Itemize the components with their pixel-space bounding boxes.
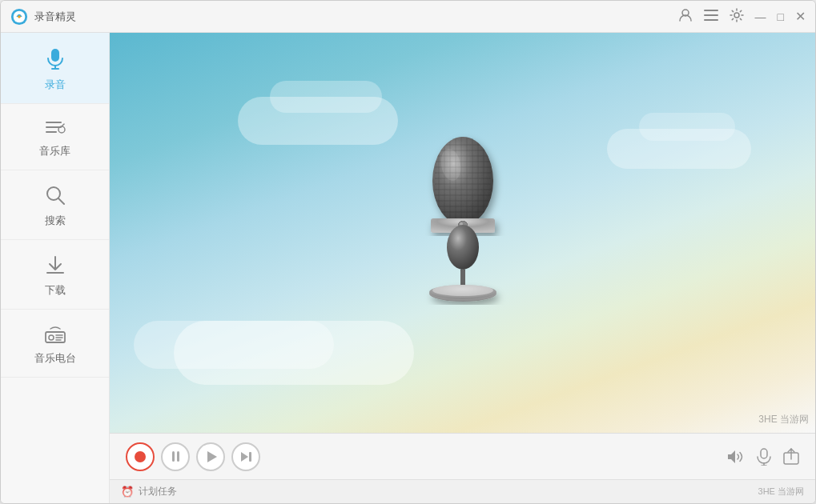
- svg-point-20: [49, 335, 54, 340]
- mic-icon: [44, 47, 66, 73]
- player-right-controls: [727, 448, 799, 466]
- share-button[interactable]: [783, 448, 799, 466]
- record-dot: [135, 451, 146, 462]
- search-icon: [45, 185, 66, 209]
- title-bar: 录音精灵 — □ ✕: [1, 1, 815, 33]
- svg-rect-6: [704, 19, 718, 21]
- svg-point-2: [18, 15, 21, 18]
- microphone: [407, 129, 519, 305]
- mic-control-button[interactable]: [756, 448, 772, 466]
- app-title: 录音精灵: [34, 10, 76, 24]
- skip-icon: [241, 452, 251, 462]
- cloud-2: [270, 81, 382, 113]
- svg-marker-59: [728, 450, 735, 463]
- sidebar: 录音 音乐库: [1, 33, 110, 503]
- cloud-6: [134, 321, 334, 369]
- sidebar-label-library: 音乐库: [39, 144, 70, 158]
- svg-rect-60: [761, 449, 767, 458]
- schedule-label: 计划任务: [139, 485, 177, 498]
- watermark-status: 3HE 当游网: [758, 486, 804, 498]
- title-bar-right: — □ ✕: [678, 8, 806, 25]
- pause-button[interactable]: [161, 442, 190, 471]
- close-button[interactable]: ✕: [795, 10, 806, 23]
- content-area: 3HE 当游网: [110, 33, 815, 503]
- skip-forward-button[interactable]: [231, 442, 260, 471]
- user-icon[interactable]: [678, 8, 693, 25]
- svg-line-17: [58, 198, 64, 204]
- svg-line-15: [62, 124, 64, 126]
- sidebar-item-record[interactable]: 录音: [1, 33, 109, 104]
- svg-point-25: [432, 137, 493, 225]
- status-left[interactable]: ⏰ 计划任务: [121, 485, 177, 498]
- minimize-button[interactable]: —: [755, 11, 766, 22]
- main-content: 录音 音乐库: [1, 33, 815, 503]
- svg-rect-5: [704, 14, 718, 16]
- sidebar-item-download[interactable]: 下载: [1, 240, 109, 310]
- app-logo: [10, 8, 28, 26]
- watermark: 3HE 当游网: [758, 413, 809, 426]
- library-icon: [45, 118, 66, 139]
- sidebar-label-record: 录音: [45, 78, 66, 92]
- sidebar-label-radio: 音乐电台: [34, 351, 76, 366]
- menu-icon[interactable]: [704, 10, 718, 23]
- sidebar-item-radio[interactable]: 音乐电台: [1, 310, 109, 378]
- sky-background: 3HE 当游网: [110, 33, 815, 433]
- schedule-icon: ⏰: [121, 486, 134, 498]
- mic-svg: [407, 129, 519, 305]
- play-button[interactable]: [196, 442, 225, 471]
- sidebar-label-download: 下载: [45, 283, 66, 298]
- svg-rect-8: [51, 49, 59, 62]
- radio-icon: [44, 324, 66, 346]
- record-button[interactable]: [126, 442, 155, 471]
- status-bar: ⏰ 计划任务 3HE 当游网: [110, 479, 815, 503]
- app-window: 录音精灵 — □ ✕: [0, 0, 816, 504]
- maximize-button[interactable]: □: [778, 11, 784, 22]
- title-bar-left: 录音精灵: [10, 8, 76, 26]
- download-icon: [45, 254, 66, 278]
- sidebar-label-search: 搜索: [45, 214, 66, 228]
- play-icon: [207, 451, 217, 462]
- svg-rect-4: [704, 10, 718, 11]
- svg-point-7: [734, 13, 739, 18]
- sidebar-item-search[interactable]: 搜索: [1, 170, 109, 240]
- pause-icon: [172, 451, 179, 462]
- svg-point-53: [447, 225, 479, 270]
- volume-button[interactable]: [727, 450, 745, 464]
- player-bar: [110, 433, 815, 479]
- sidebar-item-library[interactable]: 音乐库: [1, 104, 109, 170]
- settings-icon[interactable]: [730, 8, 744, 25]
- svg-point-58: [432, 285, 493, 296]
- cloud-4: [639, 113, 735, 141]
- svg-point-14: [58, 126, 65, 133]
